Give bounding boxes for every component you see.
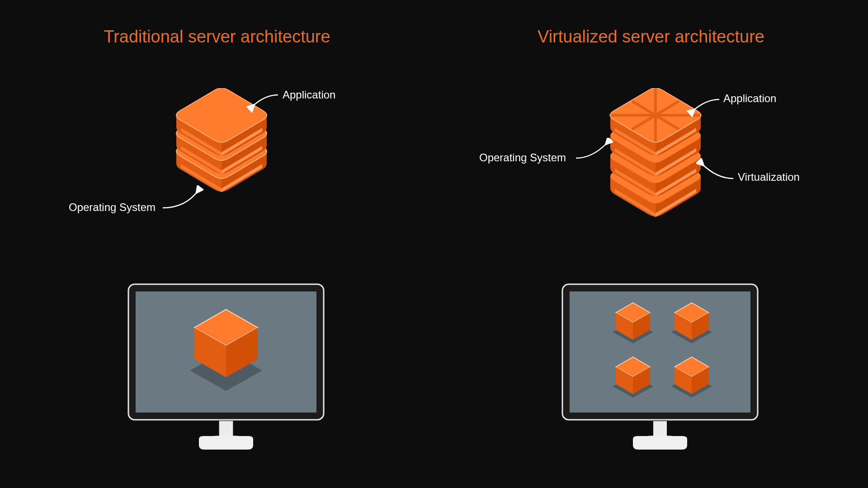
virtualized-title: Virtualized server architecture [434,27,868,47]
traditional-column: Traditional server architecture [0,0,434,488]
traditional-os-label: Operating System [69,201,156,214]
virtualized-monitor-icon [561,282,760,454]
arrow-app-right-icon [685,95,722,117]
arrow-application-icon [244,90,280,113]
virtualized-application-label: Application [723,92,776,105]
arrow-os-right-icon [572,138,613,165]
virtualized-virt-label: Virtualization [738,171,800,183]
svg-point-7 [633,436,687,443]
traditional-application-label: Application [283,89,335,101]
virtualized-column: Virtualized server architecture [434,0,868,488]
arrow-os-icon [158,185,203,212]
arrow-virt-icon [696,158,737,185]
diagram-container: Traditional server architecture [0,0,868,488]
svg-rect-5 [570,291,750,413]
virtualized-os-label: Operating System [479,151,566,164]
traditional-title: Traditional server architecture [0,27,434,47]
svg-point-3 [199,436,253,443]
traditional-monitor-icon [127,282,326,454]
